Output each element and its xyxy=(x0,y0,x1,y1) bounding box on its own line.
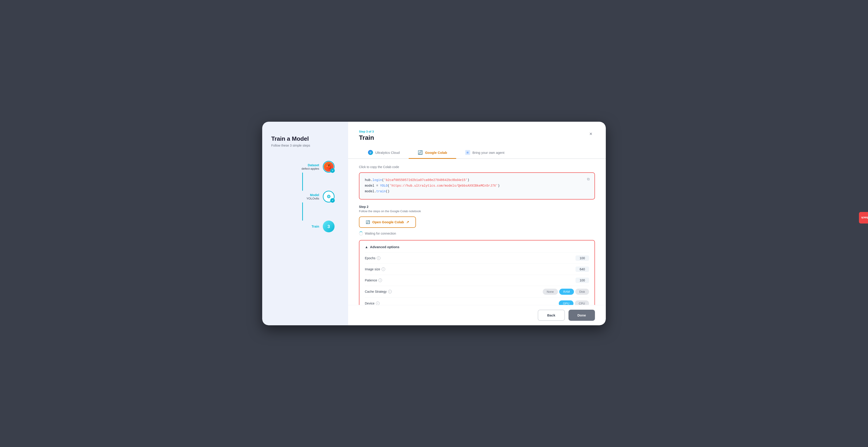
cache-ram-btn[interactable]: RAM xyxy=(559,289,574,295)
connection-spinner xyxy=(359,231,363,236)
tab-agent[interactable]: ⊞ Bring your own agent xyxy=(456,147,514,159)
code-line-3: model.train() xyxy=(365,189,589,194)
step2-label: Step 2 xyxy=(359,205,595,209)
advanced-options-header[interactable]: ▲ Advanced options xyxy=(365,245,589,249)
step2-desc: Follow the steps on the Google Colab not… xyxy=(359,209,595,213)
step-label-dataset: Dataset xyxy=(302,163,319,167)
step-indicator: Step 3 of 3 xyxy=(359,130,374,133)
sidebar: Train a Model Follow these 3 simple step… xyxy=(262,122,348,325)
model-check: ✓ xyxy=(330,198,335,203)
modal-title: Train xyxy=(359,134,374,141)
waiting-text: Waiting for connection xyxy=(365,232,396,235)
modal-footer: Back Done xyxy=(348,305,606,325)
epochs-label: Epochs xyxy=(365,256,375,260)
advanced-options-box: ▲ Advanced options Epochs i 100 Image si… xyxy=(359,240,595,305)
tab-ultralytics[interactable]: U Ultralytics Cloud xyxy=(359,147,409,159)
model-icon: ⚙ xyxy=(327,194,331,199)
imagesize-label: Image size xyxy=(365,267,380,271)
cache-info-icon[interactable]: i xyxy=(388,290,392,293)
epochs-value[interactable]: 100 xyxy=(576,256,589,261)
chevron-up-icon: ▲ xyxy=(365,245,368,249)
back-button[interactable]: Back xyxy=(538,310,565,321)
train-step-number: 3 xyxy=(327,224,330,229)
tab-colab-label: Google Colab xyxy=(425,151,447,154)
feedback-tab[interactable]: Feedback xyxy=(859,212,868,224)
advanced-row-patience: Patience i 100 xyxy=(365,275,589,286)
open-colab-button[interactable]: 🔄 Open Google Colab ↗ xyxy=(359,216,416,228)
modal-backdrop: Train a Model Follow these 3 simple step… xyxy=(262,122,606,325)
cache-toggle-group: None RAM Disk xyxy=(543,289,589,295)
step-item-model: Model YOLOv8s ⚙ ✓ xyxy=(271,191,339,220)
ultralytics-icon: U xyxy=(368,150,373,155)
imagesize-value[interactable]: 640 xyxy=(576,266,589,272)
step-sublabel-dataset: defect-apples xyxy=(302,167,319,170)
tabs-bar: U Ultralytics Cloud 🔄 Google Colab ⊞ Bri… xyxy=(348,147,606,159)
step-label-train: Train xyxy=(312,225,319,228)
cache-label: Cache Strategy xyxy=(365,290,387,293)
step-sublabel-model: YOLOv8s xyxy=(307,197,319,200)
imagesize-info-icon[interactable]: i xyxy=(381,267,385,271)
content-area: Click to copy the Colab code hub.login('… xyxy=(348,159,606,305)
step-item-dataset: Dataset defect-apples 🍎 ✓ xyxy=(271,161,339,191)
advanced-row-cache: Cache Strategy i None RAM Disk xyxy=(365,286,589,297)
tab-ultralytics-label: Ultralytics Cloud xyxy=(375,151,400,154)
step-circle-model: ⚙ ✓ xyxy=(323,191,335,203)
close-button[interactable]: × xyxy=(587,130,595,138)
device-info-icon[interactable]: i xyxy=(376,302,379,305)
dataset-check: ✓ xyxy=(330,168,335,173)
device-toggle-group: GPU CPU xyxy=(559,300,589,305)
tab-colab[interactable]: 🔄 Google Colab xyxy=(409,147,456,159)
colab-btn-icon: 🔄 xyxy=(366,220,370,224)
copy-code-button[interactable]: ⧉ xyxy=(585,176,592,183)
advanced-row-device: Device i GPU CPU xyxy=(365,297,589,305)
code-line-1: hub.login('b2caf08550572d2b1a07ca08e2704… xyxy=(365,177,589,183)
cache-none-btn[interactable]: None xyxy=(543,289,558,295)
steps-container: Dataset defect-apples 🍎 ✓ Model YOLOv8s xyxy=(271,161,339,232)
advanced-options-label: Advanced options xyxy=(370,245,399,249)
agent-icon: ⊞ xyxy=(465,150,470,155)
device-gpu-btn[interactable]: GPU xyxy=(559,300,573,305)
open-colab-label: Open Google Colab xyxy=(372,220,404,224)
epochs-info-icon[interactable]: i xyxy=(377,256,380,260)
patience-info-icon[interactable]: i xyxy=(378,278,382,282)
step-circle-dataset: 🍎 ✓ xyxy=(323,161,335,173)
waiting-status: Waiting for connection xyxy=(359,231,595,236)
advanced-row-epochs: Epochs i 100 xyxy=(365,252,589,264)
connector-2 xyxy=(302,203,303,220)
external-link-icon: ↗ xyxy=(406,220,409,224)
code-block[interactable]: hub.login('b2caf08550572d2b1a07ca08e2704… xyxy=(359,172,595,200)
main-content: Step 3 of 3 Train × U Ultralytics Cloud … xyxy=(348,122,606,325)
step-row-train: Train 3 xyxy=(271,220,339,232)
device-cpu-btn[interactable]: CPU xyxy=(575,300,589,305)
step-row-model: Model YOLOv8s ⚙ ✓ xyxy=(271,191,339,203)
modal-header: Step 3 of 3 Train × xyxy=(348,122,606,141)
tab-agent-label: Bring your own agent xyxy=(472,151,504,154)
sidebar-subtitle: Follow these 3 simple steps xyxy=(271,144,339,147)
step1-hint: Click to copy the Colab code xyxy=(359,165,595,169)
feedback-label: Feedback xyxy=(861,216,868,219)
patience-label: Patience xyxy=(365,278,377,282)
colab-icon: 🔄 xyxy=(418,150,423,155)
device-label: Device xyxy=(365,302,375,305)
patience-value[interactable]: 100 xyxy=(576,277,589,283)
step-item-train: Train 3 xyxy=(271,220,339,232)
connector-1 xyxy=(302,173,303,191)
done-button[interactable]: Done xyxy=(568,310,595,321)
step-row-dataset: Dataset defect-apples 🍎 ✓ xyxy=(271,161,339,173)
step-circle-train: 3 xyxy=(323,220,335,232)
cache-disk-btn[interactable]: Disk xyxy=(575,289,589,295)
sidebar-title: Train a Model xyxy=(271,135,339,142)
advanced-row-imagesize: Image size i 640 xyxy=(365,264,589,275)
step-label-model: Model xyxy=(307,193,319,197)
code-line-2: model = YOLO('https://hub.ultralytics.co… xyxy=(365,183,589,189)
